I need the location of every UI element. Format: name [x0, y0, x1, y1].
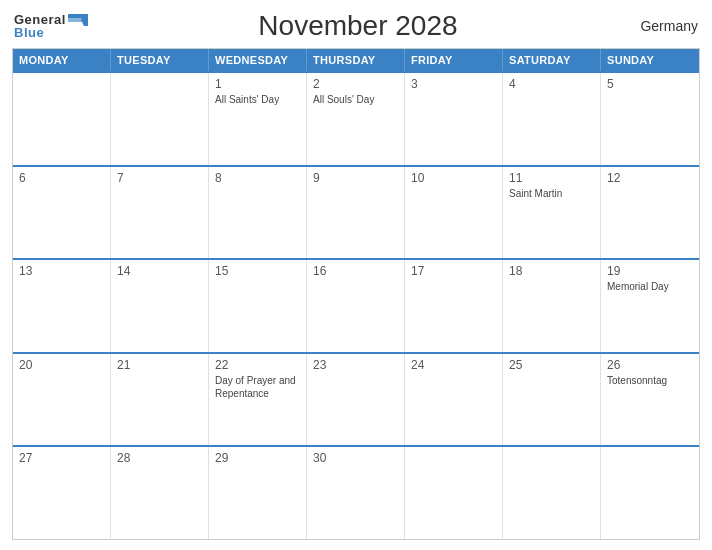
- col-friday: Friday: [405, 49, 503, 71]
- cal-cell-w4-d4: 23: [307, 354, 405, 446]
- cell-date-number: 9: [313, 171, 398, 185]
- cell-date-number: 20: [19, 358, 104, 372]
- page: General Blue November 2028 Germany Monda…: [0, 0, 712, 550]
- col-saturday: Saturday: [503, 49, 601, 71]
- cal-cell-w4-d6: 25: [503, 354, 601, 446]
- cal-cell-w3-d3: 15: [209, 260, 307, 352]
- header: General Blue November 2028 Germany: [12, 10, 700, 42]
- col-thursday: Thursday: [307, 49, 405, 71]
- cell-date-number: 13: [19, 264, 104, 278]
- cell-date-number: 21: [117, 358, 202, 372]
- cal-cell-w5-d4: 30: [307, 447, 405, 539]
- cal-cell-w1-d4: 2All Souls' Day: [307, 73, 405, 165]
- cell-date-number: 24: [411, 358, 496, 372]
- cell-date-number: 2: [313, 77, 398, 91]
- cell-date-number: 23: [313, 358, 398, 372]
- cal-cell-w4-d2: 21: [111, 354, 209, 446]
- cal-cell-w5-d6: [503, 447, 601, 539]
- cal-cell-w5-d1: 27: [13, 447, 111, 539]
- cell-date-number: 3: [411, 77, 496, 91]
- cal-cell-w2-d2: 7: [111, 167, 209, 259]
- cal-cell-w4-d3: 22Day of Prayer and Repentance: [209, 354, 307, 446]
- cell-date-number: 27: [19, 451, 104, 465]
- cal-cell-w2-d4: 9: [307, 167, 405, 259]
- logo-blue-text: Blue: [14, 26, 88, 39]
- cell-date-number: 26: [607, 358, 693, 372]
- col-wednesday: Wednesday: [209, 49, 307, 71]
- cell-date-number: 16: [313, 264, 398, 278]
- week-row-4: 202122Day of Prayer and Repentance232425…: [13, 352, 699, 446]
- cal-cell-w2-d6: 11Saint Martin: [503, 167, 601, 259]
- cell-date-number: 30: [313, 451, 398, 465]
- cell-date-number: 29: [215, 451, 300, 465]
- calendar-body: 1All Saints' Day2All Souls' Day345678910…: [13, 71, 699, 539]
- week-row-3: 13141516171819Memorial Day: [13, 258, 699, 352]
- calendar: Monday Tuesday Wednesday Thursday Friday…: [12, 48, 700, 540]
- cell-date-number: 25: [509, 358, 594, 372]
- cal-cell-w2-d1: 6: [13, 167, 111, 259]
- cal-cell-w5-d3: 29: [209, 447, 307, 539]
- col-sunday: Sunday: [601, 49, 699, 71]
- cell-event-label: All Saints' Day: [215, 93, 300, 106]
- cell-date-number: 22: [215, 358, 300, 372]
- cell-date-number: 10: [411, 171, 496, 185]
- calendar-header: Monday Tuesday Wednesday Thursday Friday…: [13, 49, 699, 71]
- week-row-2: 67891011Saint Martin12: [13, 165, 699, 259]
- col-tuesday: Tuesday: [111, 49, 209, 71]
- cal-cell-w3-d2: 14: [111, 260, 209, 352]
- logo: General Blue: [14, 13, 88, 39]
- cell-date-number: 5: [607, 77, 693, 91]
- cell-date-number: 28: [117, 451, 202, 465]
- cell-event-label: Totensonntag: [607, 374, 693, 387]
- cal-cell-w1-d3: 1All Saints' Day: [209, 73, 307, 165]
- logo-flag-icon: [68, 14, 88, 26]
- cell-event-label: Memorial Day: [607, 280, 693, 293]
- cell-date-number: 18: [509, 264, 594, 278]
- country-label: Germany: [628, 18, 698, 34]
- cal-cell-w4-d5: 24: [405, 354, 503, 446]
- cal-cell-w4-d1: 20: [13, 354, 111, 446]
- cal-cell-w3-d5: 17: [405, 260, 503, 352]
- week-row-1: 1All Saints' Day2All Souls' Day345: [13, 71, 699, 165]
- cell-date-number: 7: [117, 171, 202, 185]
- cal-cell-w2-d5: 10: [405, 167, 503, 259]
- cell-date-number: 19: [607, 264, 693, 278]
- cell-date-number: 17: [411, 264, 496, 278]
- cell-event-label: All Souls' Day: [313, 93, 398, 106]
- cal-cell-w5-d2: 28: [111, 447, 209, 539]
- cal-cell-w2-d7: 12: [601, 167, 699, 259]
- cell-date-number: 14: [117, 264, 202, 278]
- cal-cell-w1-d2: [111, 73, 209, 165]
- cell-date-number: 4: [509, 77, 594, 91]
- week-row-5: 27282930: [13, 445, 699, 539]
- cal-cell-w1-d5: 3: [405, 73, 503, 165]
- cal-cell-w5-d7: [601, 447, 699, 539]
- cal-cell-w3-d1: 13: [13, 260, 111, 352]
- cal-cell-w1-d1: [13, 73, 111, 165]
- cell-event-label: Day of Prayer and Repentance: [215, 374, 300, 400]
- cal-cell-w5-d5: [405, 447, 503, 539]
- cal-cell-w1-d6: 4: [503, 73, 601, 165]
- cal-cell-w2-d3: 8: [209, 167, 307, 259]
- cell-date-number: 8: [215, 171, 300, 185]
- cell-date-number: 15: [215, 264, 300, 278]
- cal-cell-w3-d6: 18: [503, 260, 601, 352]
- cal-cell-w4-d7: 26Totensonntag: [601, 354, 699, 446]
- cell-date-number: 6: [19, 171, 104, 185]
- cell-date-number: 12: [607, 171, 693, 185]
- page-title: November 2028: [88, 10, 628, 42]
- cal-cell-w3-d4: 16: [307, 260, 405, 352]
- cell-date-number: 1: [215, 77, 300, 91]
- cell-date-number: 11: [509, 171, 594, 185]
- cal-cell-w1-d7: 5: [601, 73, 699, 165]
- cell-event-label: Saint Martin: [509, 187, 594, 200]
- col-monday: Monday: [13, 49, 111, 71]
- cal-cell-w3-d7: 19Memorial Day: [601, 260, 699, 352]
